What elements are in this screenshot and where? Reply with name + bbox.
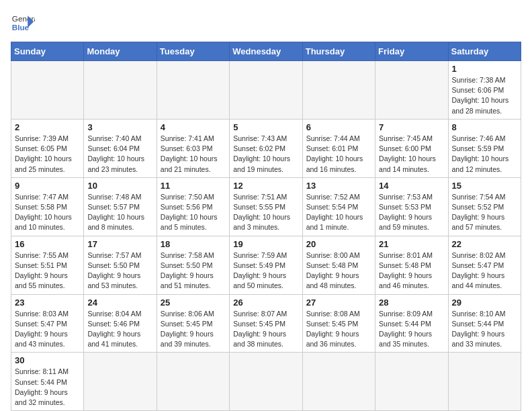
calendar-cell: 16Sunrise: 7:55 AM Sunset: 5:51 PM Dayli…: [11, 236, 84, 294]
day-number: 1: [452, 64, 517, 74]
day-number: 14: [379, 181, 444, 191]
day-header-sunday: Sunday: [11, 42, 84, 61]
calendar-cell: 26Sunrise: 8:07 AM Sunset: 5:45 PM Dayli…: [230, 294, 302, 353]
calendar-cell: 8Sunrise: 7:46 AM Sunset: 5:59 PM Daylig…: [448, 119, 521, 177]
calendar-cell: 13Sunrise: 7:52 AM Sunset: 5:54 PM Dayli…: [302, 177, 375, 236]
calendar-cell: 28Sunrise: 8:09 AM Sunset: 5:44 PM Dayli…: [375, 294, 448, 353]
day-info: Sunrise: 7:43 AM Sunset: 6:02 PM Dayligh…: [233, 134, 298, 175]
calendar-week-row: 16Sunrise: 7:55 AM Sunset: 5:51 PM Dayli…: [11, 236, 521, 294]
day-info: Sunrise: 8:02 AM Sunset: 5:47 PM Dayligh…: [452, 250, 517, 291]
svg-text:Blue: Blue: [12, 23, 30, 32]
day-header-saturday: Saturday: [448, 42, 521, 61]
calendar-cell: [230, 353, 302, 411]
calendar-cell: 2Sunrise: 7:39 AM Sunset: 6:05 PM Daylig…: [11, 119, 84, 177]
day-number: 27: [306, 298, 371, 308]
day-info: Sunrise: 7:53 AM Sunset: 5:53 PM Dayligh…: [379, 192, 444, 233]
page-header: General Blue: [11, 11, 521, 35]
day-info: Sunrise: 7:57 AM Sunset: 5:50 PM Dayligh…: [87, 250, 152, 291]
day-number: 22: [452, 239, 517, 249]
day-number: 3: [87, 122, 152, 132]
day-number: 25: [161, 298, 226, 308]
day-number: 13: [306, 181, 371, 191]
day-number: 28: [379, 298, 444, 308]
logo-icon: General Blue: [11, 11, 35, 35]
day-number: 2: [15, 122, 80, 132]
calendar-week-row: 9Sunrise: 7:47 AM Sunset: 5:58 PM Daylig…: [11, 177, 521, 236]
day-info: Sunrise: 8:00 AM Sunset: 5:48 PM Dayligh…: [306, 250, 371, 291]
day-info: Sunrise: 7:48 AM Sunset: 5:57 PM Dayligh…: [87, 192, 152, 233]
calendar-cell: 5Sunrise: 7:43 AM Sunset: 6:02 PM Daylig…: [230, 119, 302, 177]
day-number: 21: [379, 239, 444, 249]
calendar-cell: [302, 61, 375, 120]
day-info: Sunrise: 7:46 AM Sunset: 5:59 PM Dayligh…: [452, 134, 517, 175]
day-info: Sunrise: 8:03 AM Sunset: 5:47 PM Dayligh…: [15, 309, 80, 350]
day-info: Sunrise: 8:06 AM Sunset: 5:45 PM Dayligh…: [161, 309, 226, 350]
calendar-cell: 22Sunrise: 8:02 AM Sunset: 5:47 PM Dayli…: [448, 236, 521, 294]
calendar-cell: 4Sunrise: 7:41 AM Sunset: 6:03 PM Daylig…: [157, 119, 229, 177]
day-info: Sunrise: 7:54 AM Sunset: 5:52 PM Dayligh…: [452, 192, 517, 233]
calendar-cell: 20Sunrise: 8:00 AM Sunset: 5:48 PM Dayli…: [302, 236, 375, 294]
calendar-cell: 24Sunrise: 8:04 AM Sunset: 5:46 PM Dayli…: [84, 294, 157, 353]
calendar-cell: [157, 353, 229, 411]
day-number: 17: [87, 239, 152, 249]
day-number: 29: [452, 298, 517, 308]
day-number: 6: [306, 122, 371, 132]
day-info: Sunrise: 7:50 AM Sunset: 5:56 PM Dayligh…: [161, 192, 226, 233]
calendar-cell: [157, 61, 229, 120]
calendar-cell: 9Sunrise: 7:47 AM Sunset: 5:58 PM Daylig…: [11, 177, 84, 236]
calendar-cell: [375, 353, 448, 411]
calendar-week-row: 30Sunrise: 8:11 AM Sunset: 5:44 PM Dayli…: [11, 353, 521, 411]
day-info: Sunrise: 8:10 AM Sunset: 5:44 PM Dayligh…: [452, 309, 517, 350]
calendar-cell: 27Sunrise: 8:08 AM Sunset: 5:45 PM Dayli…: [302, 294, 375, 353]
day-info: Sunrise: 8:09 AM Sunset: 5:44 PM Dayligh…: [379, 309, 444, 350]
day-info: Sunrise: 7:44 AM Sunset: 6:01 PM Dayligh…: [306, 134, 371, 175]
day-info: Sunrise: 7:40 AM Sunset: 6:04 PM Dayligh…: [87, 134, 152, 175]
calendar-week-row: 23Sunrise: 8:03 AM Sunset: 5:47 PM Dayli…: [11, 294, 521, 353]
day-number: 19: [233, 239, 298, 249]
day-info: Sunrise: 7:58 AM Sunset: 5:50 PM Dayligh…: [161, 250, 226, 291]
day-number: 26: [233, 298, 298, 308]
day-number: 8: [452, 122, 517, 132]
calendar-week-row: 2Sunrise: 7:39 AM Sunset: 6:05 PM Daylig…: [11, 119, 521, 177]
day-number: 5: [233, 122, 298, 132]
day-header-wednesday: Wednesday: [230, 42, 302, 61]
day-header-tuesday: Tuesday: [157, 42, 229, 61]
day-number: 23: [15, 298, 80, 308]
calendar-cell: [448, 353, 521, 411]
day-info: Sunrise: 8:11 AM Sunset: 5:44 PM Dayligh…: [15, 367, 80, 408]
calendar-cell: [11, 61, 84, 120]
day-number: 30: [15, 355, 80, 365]
day-info: Sunrise: 7:41 AM Sunset: 6:03 PM Dayligh…: [161, 134, 226, 175]
calendar-cell: [375, 61, 448, 120]
day-info: Sunrise: 7:51 AM Sunset: 5:55 PM Dayligh…: [233, 192, 298, 233]
day-info: Sunrise: 7:47 AM Sunset: 5:58 PM Dayligh…: [15, 192, 80, 233]
day-number: 18: [161, 239, 226, 249]
calendar-cell: 7Sunrise: 7:45 AM Sunset: 6:00 PM Daylig…: [375, 119, 448, 177]
day-info: Sunrise: 7:59 AM Sunset: 5:49 PM Dayligh…: [233, 250, 298, 291]
calendar-cell: [84, 353, 157, 411]
day-info: Sunrise: 7:52 AM Sunset: 5:54 PM Dayligh…: [306, 192, 371, 233]
calendar-cell: 1Sunrise: 7:38 AM Sunset: 6:06 PM Daylig…: [448, 61, 521, 120]
calendar-cell: 10Sunrise: 7:48 AM Sunset: 5:57 PM Dayli…: [84, 177, 157, 236]
calendar-cell: [230, 61, 302, 120]
calendar-cell: [302, 353, 375, 411]
day-header-monday: Monday: [84, 42, 157, 61]
day-info: Sunrise: 8:04 AM Sunset: 5:46 PM Dayligh…: [87, 309, 152, 350]
calendar-cell: [84, 61, 157, 120]
day-number: 24: [87, 298, 152, 308]
day-number: 9: [15, 181, 80, 191]
day-number: 4: [161, 122, 226, 132]
calendar-cell: 12Sunrise: 7:51 AM Sunset: 5:55 PM Dayli…: [230, 177, 302, 236]
day-header-friday: Friday: [375, 42, 448, 61]
calendar-cell: 30Sunrise: 8:11 AM Sunset: 5:44 PM Dayli…: [11, 353, 84, 411]
day-info: Sunrise: 7:39 AM Sunset: 6:05 PM Dayligh…: [15, 134, 80, 175]
calendar-header-row: SundayMondayTuesdayWednesdayThursdayFrid…: [11, 42, 521, 61]
calendar-cell: 11Sunrise: 7:50 AM Sunset: 5:56 PM Dayli…: [157, 177, 229, 236]
calendar-cell: 17Sunrise: 7:57 AM Sunset: 5:50 PM Dayli…: [84, 236, 157, 294]
day-info: Sunrise: 8:07 AM Sunset: 5:45 PM Dayligh…: [233, 309, 298, 350]
day-number: 15: [452, 181, 517, 191]
calendar-cell: 15Sunrise: 7:54 AM Sunset: 5:52 PM Dayli…: [448, 177, 521, 236]
day-number: 12: [233, 181, 298, 191]
day-info: Sunrise: 7:38 AM Sunset: 6:06 PM Dayligh…: [452, 75, 517, 116]
calendar-cell: 23Sunrise: 8:03 AM Sunset: 5:47 PM Dayli…: [11, 294, 84, 353]
